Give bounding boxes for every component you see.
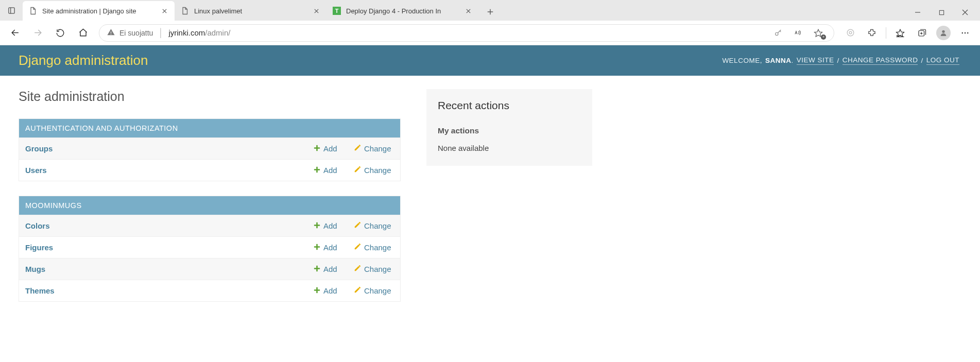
- recent-actions-module: Recent actions My actions None available: [426, 89, 592, 166]
- django-brand[interactable]: Django administration: [19, 53, 148, 68]
- svg-point-18: [776, 32, 778, 35]
- tab-favicon-icon: [181, 7, 189, 15]
- plus-icon: [314, 243, 320, 252]
- user-tools: WELCOME, SANNA. VIEW SITE / CHANGE PASSW…: [722, 56, 959, 65]
- url-text: jyrinki.com/admin/: [168, 28, 230, 37]
- recent-actions-empty: None available: [438, 144, 581, 152]
- tab-close-button[interactable]: [160, 7, 168, 15]
- browser-tab[interactable]: TDeploy Django 4 - Production In: [326, 1, 478, 21]
- model-row: UsersAddChange: [19, 159, 400, 181]
- model-row: MugsAddChange: [19, 258, 400, 280]
- add-link[interactable]: Add: [323, 166, 337, 175]
- favorites-button[interactable]: [890, 23, 910, 43]
- change-password-link[interactable]: CHANGE PASSWORD: [843, 56, 918, 65]
- address-bar[interactable]: Ei suojattu │ jyrinki.com/admin/ +: [99, 24, 834, 42]
- change-link[interactable]: Change: [364, 286, 391, 295]
- svg-rect-41: [314, 268, 320, 269]
- tab-bar: Site administration | Django siteLinux p…: [0, 0, 980, 21]
- svg-rect-37: [314, 225, 320, 226]
- logout-link[interactable]: LOG OUT: [926, 56, 959, 65]
- password-key-icon[interactable]: [771, 26, 785, 40]
- browser-tab[interactable]: Site administration | Django site: [23, 1, 175, 21]
- browser-tab[interactable]: Linux palvelimet: [175, 1, 326, 21]
- tab-close-button[interactable]: [312, 7, 320, 15]
- svg-rect-35: [314, 169, 320, 170]
- model-link[interactable]: Mugs: [25, 265, 45, 273]
- svg-rect-43: [314, 289, 320, 291]
- app-caption-link[interactable]: MOOMINMUGS: [25, 201, 82, 210]
- add-link[interactable]: Add: [323, 265, 337, 273]
- django-header: Django administration WELCOME, SANNA. VI…: [0, 45, 980, 76]
- tab-title: Linux palvelimet: [194, 7, 307, 15]
- svg-rect-33: [314, 147, 320, 149]
- browser-chrome: Site administration | Django siteLinux p…: [0, 0, 980, 45]
- recent-actions-title: Recent actions: [438, 99, 581, 112]
- svg-rect-0: [8, 7, 14, 13]
- nav-refresh-button[interactable]: [50, 23, 70, 43]
- read-aloud-icon[interactable]: [790, 26, 805, 40]
- window-minimize-button[interactable]: [906, 4, 930, 21]
- my-actions-subtitle: My actions: [438, 126, 581, 135]
- page-title: Site administration: [19, 89, 401, 104]
- extensions-button[interactable]: [862, 23, 882, 43]
- nav-home-button[interactable]: [73, 23, 93, 43]
- model-row: ThemesAddChange: [19, 280, 400, 301]
- svg-point-30: [965, 32, 966, 33]
- pencil-icon: [354, 286, 361, 295]
- change-link[interactable]: Change: [364, 221, 391, 230]
- pencil-icon: [354, 243, 361, 252]
- model-link[interactable]: Colors: [25, 221, 50, 230]
- plus-icon: [314, 286, 320, 295]
- pencil-icon: [354, 265, 361, 273]
- model-row: ColorsAddChange: [19, 215, 400, 236]
- svg-point-21: [849, 31, 852, 34]
- view-site-link[interactable]: VIEW SITE: [797, 56, 834, 65]
- favorites-star-icon[interactable]: +: [810, 26, 827, 40]
- collections-button[interactable]: [912, 23, 932, 43]
- svg-rect-17: [111, 33, 111, 34]
- window-close-button[interactable]: [953, 4, 977, 21]
- svg-rect-11: [939, 10, 943, 14]
- tab-favicon-icon: T: [333, 7, 341, 15]
- model-link[interactable]: Groups: [25, 144, 53, 153]
- svg-rect-16: [111, 31, 111, 33]
- change-link[interactable]: Change: [364, 144, 391, 153]
- extension-icon[interactable]: [840, 23, 860, 43]
- tab-actions-button[interactable]: [0, 0, 23, 21]
- model-row: GroupsAddChange: [19, 137, 400, 159]
- change-link[interactable]: Change: [364, 166, 391, 175]
- more-button[interactable]: [955, 23, 975, 43]
- tab-title: Site administration | Django site: [42, 7, 155, 15]
- add-link[interactable]: Add: [323, 144, 337, 153]
- app-caption-link[interactable]: AUTHENTICATION AND AUTHORIZATION: [25, 124, 178, 132]
- model-link[interactable]: Themes: [25, 286, 55, 295]
- plus-icon: [314, 221, 320, 230]
- change-link[interactable]: Change: [364, 243, 391, 252]
- add-link[interactable]: Add: [323, 243, 337, 252]
- tab-favicon-icon: [29, 7, 37, 15]
- model-link[interactable]: Figures: [25, 243, 53, 252]
- nav-forward-button[interactable]: [28, 23, 47, 43]
- nav-back-button[interactable]: [5, 23, 25, 43]
- window-maximize-button[interactable]: [930, 4, 953, 21]
- pencil-icon: [354, 144, 361, 153]
- security-label: Ei suojattu: [119, 29, 153, 37]
- tab-title: Deploy Django 4 - Production In: [346, 7, 459, 15]
- browser-toolbar: Ei suojattu │ jyrinki.com/admin/ +: [0, 21, 980, 45]
- app-module: MOOMINMUGSColorsAddChangeFiguresAddChang…: [19, 196, 401, 302]
- svg-point-28: [942, 30, 944, 32]
- tab-close-button[interactable]: [464, 7, 472, 15]
- add-link[interactable]: Add: [323, 286, 337, 295]
- profile-button[interactable]: [934, 23, 953, 43]
- plus-icon: [314, 265, 320, 273]
- new-tab-button[interactable]: [482, 3, 499, 21]
- welcome-text: WELCOME,: [722, 57, 762, 64]
- model-link[interactable]: Users: [25, 166, 47, 175]
- svg-point-29: [962, 32, 963, 33]
- app-module: AUTHENTICATION AND AUTHORIZATIONGroupsAd…: [19, 118, 401, 181]
- svg-point-20: [847, 29, 854, 36]
- add-link[interactable]: Add: [323, 221, 337, 230]
- change-link[interactable]: Change: [364, 265, 391, 273]
- svg-point-31: [967, 32, 968, 33]
- plus-icon: [314, 166, 320, 175]
